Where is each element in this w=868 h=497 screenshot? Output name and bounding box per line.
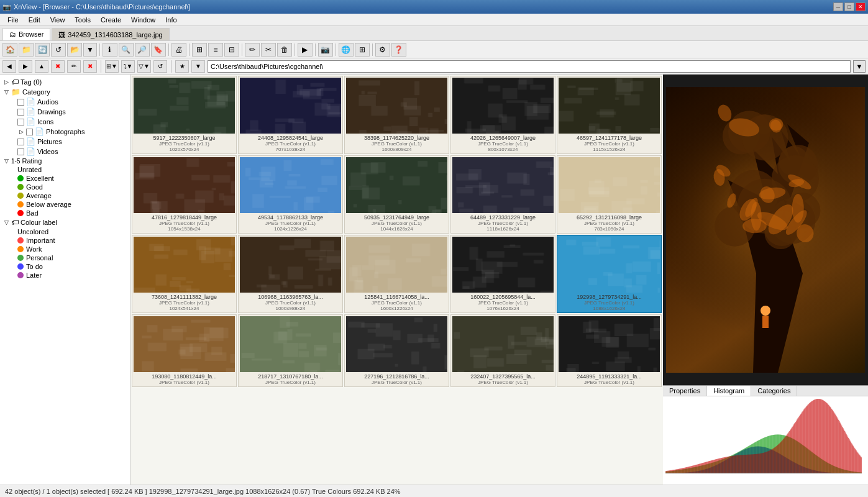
search2-button[interactable]: 🔎	[135, 43, 150, 57]
address-input[interactable]	[208, 60, 851, 73]
file-item[interactable]: 50935_1231764949_largeJPEG TrueColor (v1…	[344, 155, 449, 234]
bookmark-button[interactable]: 🔖	[151, 43, 166, 57]
sidebar-item-average[interactable]: Average	[0, 191, 130, 200]
sidebar-item-tag[interactable]: ▷ 🏷 Tag (0)	[0, 77, 130, 87]
audios-checkbox[interactable]	[17, 99, 24, 106]
file-item[interactable]: 65292_1312116098_largeJPEG TrueColor (v1…	[557, 155, 662, 234]
file-item[interactable]: 5917_1222350607_largeJPEG TrueColor (v1.…	[132, 76, 237, 154]
view-mode-button[interactable]: ⊞▼	[105, 60, 119, 73]
sidebar-item-audios[interactable]: 📄 Audios	[0, 97, 130, 107]
filter-button[interactable]: ▽▼	[137, 60, 151, 73]
tab-properties[interactable]: Properties	[663, 386, 707, 396]
close-button[interactable]: ✕	[856, 2, 866, 11]
file-item[interactable]: 227196_1212816786_la...JPEG TrueColor (v…	[344, 314, 449, 387]
grid-button[interactable]: ⊞	[355, 43, 370, 57]
sidebar-item-drawings[interactable]: 📄 Drawings	[0, 107, 130, 117]
sidebar-item-personal[interactable]: Personal	[0, 253, 130, 262]
rating-expand-icon[interactable]: ▽	[2, 157, 10, 165]
menu-edit[interactable]: Edit	[24, 15, 45, 25]
sidebar-item-important[interactable]: Important	[0, 236, 130, 245]
tab-histogram[interactable]: Histogram	[707, 386, 751, 396]
category-expand-icon[interactable]: ▽	[2, 88, 10, 96]
tool1-button[interactable]: ✏	[245, 43, 260, 57]
home-button[interactable]: 🏠	[2, 43, 17, 57]
file-item[interactable]: 46597_1241177178_largeJPEG TrueColor (v1…	[557, 76, 662, 154]
sidebar-item-below-average[interactable]: Below average	[0, 200, 130, 209]
print-button[interactable]: 🖨	[171, 43, 186, 57]
refresh2-button[interactable]: ↺	[51, 43, 66, 57]
menu-create[interactable]: Create	[96, 15, 126, 25]
refresh-button[interactable]: 🔄	[35, 43, 50, 57]
tab-image[interactable]: 🖼 342459_1314603188_large.jpg	[52, 28, 169, 40]
star-dd-button[interactable]: ▼	[191, 60, 205, 73]
sidebar-item-bad[interactable]: Bad	[0, 209, 130, 217]
view2-button[interactable]: ≡	[208, 43, 223, 57]
pictures-checkbox[interactable]	[17, 139, 24, 145]
sidebar-item-work[interactable]: Work	[0, 245, 130, 253]
maximize-button[interactable]: □	[844, 2, 854, 11]
sidebar-item-rating[interactable]: ▽ 1-5 Rating	[0, 157, 130, 165]
minimize-button[interactable]: ─	[833, 2, 843, 11]
file-item[interactable]: 193080_1180812449_la...JPEG TrueColor (v…	[132, 314, 237, 387]
search-button[interactable]: 🔍	[119, 43, 134, 57]
settings-button[interactable]: ⚙	[375, 43, 390, 57]
file-item[interactable]: 38398_1174625220_largeJPEG TrueColor (v1…	[344, 76, 449, 154]
menu-view[interactable]: View	[45, 15, 70, 25]
file-item[interactable]: 160022_1205695844_la...JPEG TrueColor (v…	[450, 235, 555, 313]
file-item[interactable]: 218717_1310767180_la...JPEG TrueColor (v…	[238, 314, 343, 387]
folder-open-button[interactable]: 📂	[67, 43, 82, 57]
folder-dd-button[interactable]: ▼	[83, 43, 97, 57]
menu-info[interactable]: Info	[160, 15, 181, 25]
slideshow-button[interactable]: ▶	[298, 43, 313, 57]
info-button[interactable]: ℹ	[103, 43, 117, 57]
tag-expand-icon[interactable]: ▷	[2, 78, 10, 86]
web-button[interactable]: 🌐	[339, 43, 354, 57]
videos-checkbox[interactable]	[17, 148, 24, 155]
nav-forward-button[interactable]: ▶	[19, 60, 32, 73]
nav-edit-button[interactable]: ✏	[67, 60, 81, 73]
nav-home-button[interactable]: ✖	[51, 60, 65, 73]
file-item[interactable]: 64489_1273331229_largeJPEG TrueColor (v1…	[450, 155, 555, 234]
camera-button[interactable]: 📷	[318, 43, 333, 57]
star-button[interactable]: ★	[175, 60, 189, 73]
file-item[interactable]: 232407_1327395565_la...JPEG TrueColor (v…	[450, 314, 555, 387]
sidebar-item-excellent[interactable]: Excellent	[0, 174, 130, 183]
help-button[interactable]: ❓	[391, 43, 406, 57]
menu-tools[interactable]: Tools	[70, 15, 96, 25]
sidebar-item-unrated[interactable]: Unrated	[0, 165, 130, 174]
icons-checkbox[interactable]	[17, 119, 24, 125]
nav-delete-button[interactable]: ✖	[83, 60, 97, 73]
photographs-checkbox[interactable]	[26, 129, 33, 135]
file-item[interactable]: 24408_1295824541_largeJPEG TrueColor (v1…	[238, 76, 343, 154]
sidebar-item-uncolored[interactable]: Uncolored	[0, 227, 130, 236]
view1-button[interactable]: ⊞	[192, 43, 207, 57]
file-item[interactable]: 244895_1191333321_la...JPEG TrueColor (v…	[557, 314, 662, 387]
sidebar-item-colour[interactable]: ▽ 🏷 Colour label	[0, 217, 130, 227]
file-item[interactable]: 106968_1163965763_la...JPEG TrueColor (v…	[238, 235, 343, 313]
menu-file[interactable]: File	[2, 15, 24, 25]
tool2-button[interactable]: ✂	[261, 43, 276, 57]
file-area[interactable]: 5917_1222350607_largeJPEG TrueColor (v1.…	[130, 75, 663, 485]
tab-categories[interactable]: Categories	[751, 386, 797, 396]
file-item[interactable]: 42026_1265649007_largeJPEG TrueColor (v1…	[450, 76, 555, 154]
copy-mode-button[interactable]: ⤵▼	[121, 60, 135, 73]
sidebar-item-category[interactable]: ▽ 📁 Category	[0, 87, 130, 97]
sidebar-item-icons[interactable]: 📄 Icons	[0, 117, 130, 127]
file-item[interactable]: 192998_1279734291_la...JPEG TrueColor (v…	[557, 235, 662, 313]
sidebar-item-todo[interactable]: To do	[0, 262, 130, 271]
drawings-checkbox[interactable]	[17, 109, 24, 116]
file-item[interactable]: 73608_1241111382_largeJPEG TrueColor (v1…	[132, 235, 237, 313]
colour-expand-icon[interactable]: ▽	[2, 219, 10, 226]
nav-up-button[interactable]: ▲	[35, 60, 48, 73]
sidebar-item-photographs[interactable]: ▷ 📄 Photographs	[0, 127, 130, 137]
titlebar-controls[interactable]: ─ □ ✕	[833, 2, 866, 11]
tool3-button[interactable]: 🗑	[277, 43, 292, 57]
file-item[interactable]: 47816_1279818449_largeJPEG TrueColor (v1…	[132, 155, 237, 234]
file-item[interactable]: 125841_1166714058_la...JPEG TrueColor (v…	[344, 235, 449, 313]
view3-button[interactable]: ⊟	[224, 43, 239, 57]
sidebar-item-pictures[interactable]: 📄 Pictures	[0, 137, 130, 147]
folder-button[interactable]: 📁	[19, 43, 34, 57]
tab-browser[interactable]: 🗂 Browser	[2, 28, 50, 40]
nav-back-button[interactable]: ◀	[2, 60, 16, 73]
refresh-nav-button[interactable]: ↺	[153, 60, 167, 73]
